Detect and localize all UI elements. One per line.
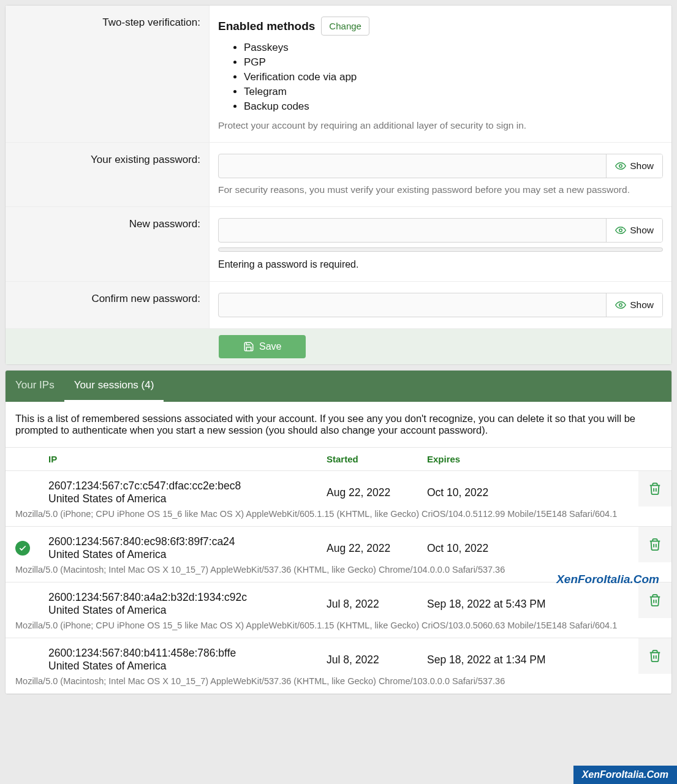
session-row: 2607:1234:567:c7c:c547:dfac:cc2e:bec8 Un… (6, 471, 671, 527)
trash-icon (648, 649, 662, 663)
header-started: Started (327, 454, 427, 464)
two-step-row: Two-step verification: Enabled methods C… (6, 6, 671, 143)
session-row: 2600:1234:567:840:ec98:6f3:89f7:ca24 Uni… (6, 527, 671, 582)
check-icon (18, 544, 27, 552)
change-button[interactable]: Change (321, 17, 369, 36)
session-ip: 2600:1234:567:840:a4a2:b32d:1934:c92c (48, 591, 327, 604)
session-user-agent: Mozilla/5.0 (Macintosh; Intel Mac OS X 1… (6, 562, 671, 582)
method-item: PGP (244, 55, 663, 70)
session-location: United States of America (48, 604, 327, 617)
session-ip: 2607:1234:567:c7c:c547:dfac:cc2e:bec8 (48, 480, 327, 492)
session-expires: Oct 10, 2022 (427, 486, 629, 499)
methods-list: Passkeys PGP Verification code via app T… (244, 40, 663, 114)
confirm-password-label: Confirm new password: (6, 282, 210, 328)
session-started: Aug 22, 2022 (327, 486, 427, 499)
session-expires: Sep 18, 2022 at 5:43 PM (427, 598, 629, 611)
new-password-label: New password: (6, 207, 210, 281)
confirm-password-input[interactable] (219, 293, 606, 317)
tab-your-ips[interactable]: Your IPs (6, 371, 64, 402)
new-password-input[interactable] (219, 219, 606, 242)
trash-icon (648, 594, 662, 607)
session-row: 2600:1234:567:840:b411:458e:786:bffe Uni… (6, 638, 671, 694)
existing-password-label: Your existing password: (6, 143, 210, 206)
password-strength-bar (218, 247, 663, 252)
delete-session-button[interactable] (638, 527, 671, 562)
svg-point-0 (619, 165, 622, 168)
session-ip: 2600:1234:567:840:ec98:6f3:89f7:ca24 (48, 535, 327, 548)
session-location: United States of America (48, 492, 327, 505)
svg-point-1 (619, 229, 622, 232)
save-button[interactable]: Save (219, 335, 306, 358)
existing-password-row: Your existing password: Show For securit… (6, 143, 671, 207)
header-ip: IP (48, 454, 327, 464)
confirm-password-row: Confirm new password: Show (6, 282, 671, 329)
method-item: Backup codes (244, 99, 663, 114)
sessions-description: This is a list of remembered sessions as… (6, 402, 671, 448)
show-password-toggle[interactable]: Show (606, 219, 662, 242)
show-password-toggle[interactable]: Show (606, 293, 662, 317)
trash-icon (648, 538, 662, 551)
session-row: 2600:1234:567:840:a4a2:b32d:1934:c92c Un… (6, 582, 671, 638)
session-user-agent: Mozilla/5.0 (Macintosh; Intel Mac OS X 1… (6, 674, 671, 693)
session-user-agent: Mozilla/5.0 (iPhone; CPU iPhone OS 15_6 … (6, 507, 671, 526)
save-icon (243, 341, 254, 352)
sessions-panel: Your IPs Your sessions (4) This is a lis… (5, 370, 672, 695)
session-location: United States of America (48, 548, 327, 561)
show-password-toggle[interactable]: Show (606, 154, 662, 178)
header-expires: Expires (427, 454, 629, 464)
eye-icon (615, 300, 626, 311)
session-started: Jul 8, 2022 (327, 654, 427, 666)
eye-icon (615, 160, 626, 172)
tab-your-sessions[interactable]: Your sessions (4) (64, 371, 164, 402)
two-step-label: Two-step verification: (6, 6, 210, 142)
existing-password-input[interactable] (219, 154, 606, 178)
delete-session-button[interactable] (638, 638, 671, 674)
sessions-table-header: IP Started Expires (6, 448, 671, 471)
method-item: Passkeys (244, 40, 663, 55)
method-item: Telegram (244, 85, 663, 99)
trash-icon (648, 482, 662, 496)
svg-point-2 (619, 304, 622, 307)
save-row: Save (6, 329, 671, 364)
new-password-warning: Entering a password is required. (218, 259, 663, 270)
sessions-list: 2607:1234:567:c7c:c547:dfac:cc2e:bec8 Un… (6, 471, 671, 694)
existing-password-hint: For security reasons, you must verify yo… (218, 184, 663, 195)
delete-session-button[interactable] (638, 471, 671, 507)
session-user-agent: Mozilla/5.0 (iPhone; CPU iPhone OS 15_5 … (6, 618, 671, 638)
enabled-methods-heading: Enabled methods (218, 20, 315, 33)
session-ip: 2600:1234:567:840:b411:458e:786:bffe (48, 647, 327, 660)
session-expires: Oct 10, 2022 (427, 542, 629, 555)
security-panel: Two-step verification: Enabled methods C… (5, 5, 672, 365)
session-started: Aug 22, 2022 (327, 542, 427, 555)
delete-session-button[interactable] (638, 582, 671, 618)
two-step-hint: Protect your account by requiring an add… (218, 120, 663, 131)
current-session-indicator (15, 541, 48, 556)
session-location: United States of America (48, 660, 327, 673)
method-item: Verification code via app (244, 70, 663, 85)
eye-icon (615, 225, 626, 236)
new-password-row: New password: Show Entering a password i… (6, 207, 671, 282)
session-started: Jul 8, 2022 (327, 598, 427, 611)
session-expires: Sep 18, 2022 at 1:34 PM (427, 654, 629, 666)
tabs: Your IPs Your sessions (4) (6, 371, 671, 402)
